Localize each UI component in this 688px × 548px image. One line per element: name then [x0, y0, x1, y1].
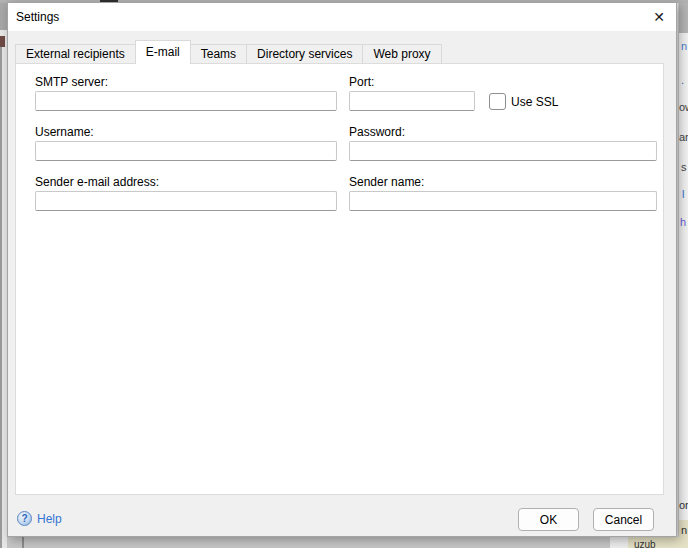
background-text-fragment: h: [680, 216, 686, 228]
port-input[interactable]: [349, 91, 475, 111]
tab-web-proxy[interactable]: Web proxy: [362, 44, 441, 63]
background-text-fragment: .: [681, 74, 684, 86]
background-bottom-strip: [7, 537, 688, 548]
screen: n . ow ar s l h or n uzub Settings ✕ Ext…: [0, 0, 688, 548]
password-label: Password:: [349, 125, 405, 139]
background-left-top-segment: [0, 3, 7, 30]
sender-email-label: Sender e-mail address:: [35, 175, 159, 189]
help-link[interactable]: ? Help: [17, 511, 62, 526]
tab-email[interactable]: E-mail: [135, 40, 191, 64]
username-label: Username:: [35, 125, 94, 139]
username-input[interactable]: [35, 141, 337, 161]
sender-name-label: Sender name:: [349, 175, 424, 189]
port-label: Port:: [349, 75, 374, 89]
tab-external-recipients[interactable]: External recipients: [15, 44, 136, 63]
dialog-title: Settings: [16, 10, 59, 24]
sender-email-input[interactable]: [35, 191, 337, 211]
background-text-fragment: or: [679, 499, 688, 511]
background-text-fragment: s: [681, 161, 687, 173]
use-ssl-label: Use SSL: [511, 95, 558, 109]
dialog-titlebar: Settings ✕: [8, 3, 676, 31]
close-icon[interactable]: ✕: [647, 6, 671, 28]
password-input[interactable]: [349, 141, 657, 161]
help-label: Help: [37, 512, 62, 526]
tab-teams[interactable]: Teams: [190, 44, 247, 63]
background-left-line: [0, 47, 2, 548]
sender-name-input[interactable]: [349, 191, 657, 211]
help-icon: ?: [17, 511, 32, 526]
tab-bar: External recipients E-mail Teams Directo…: [15, 41, 442, 63]
background-text-fragment: n: [681, 524, 687, 536]
background-bottom-light-block: [610, 537, 628, 548]
smtp-server-label: SMTP server:: [35, 75, 108, 89]
background-text-fragment: l: [682, 188, 684, 200]
background-left-maroon-block: [0, 36, 5, 47]
background-right-edge-line: [678, 3, 679, 548]
background-right-top-segment: [678, 3, 688, 33]
background-bottom-line: [22, 537, 24, 548]
ok-button[interactable]: OK: [518, 508, 579, 531]
background-text-fragment: uzub: [634, 539, 656, 548]
smtp-server-input[interactable]: [35, 91, 337, 111]
background-text-fragment: n: [681, 40, 687, 52]
use-ssl-checkbox[interactable]: [489, 93, 506, 110]
background-text-fragment: ow: [679, 101, 688, 113]
email-tab-panel: SMTP server: Port: Use SSL Username: Pas…: [15, 63, 664, 495]
background-text-fragment: ar: [679, 131, 688, 143]
settings-dialog: Settings ✕ External recipients E-mail Te…: [7, 2, 677, 537]
cancel-button[interactable]: Cancel: [593, 508, 654, 531]
tab-directory-services[interactable]: Directory services: [246, 44, 363, 63]
